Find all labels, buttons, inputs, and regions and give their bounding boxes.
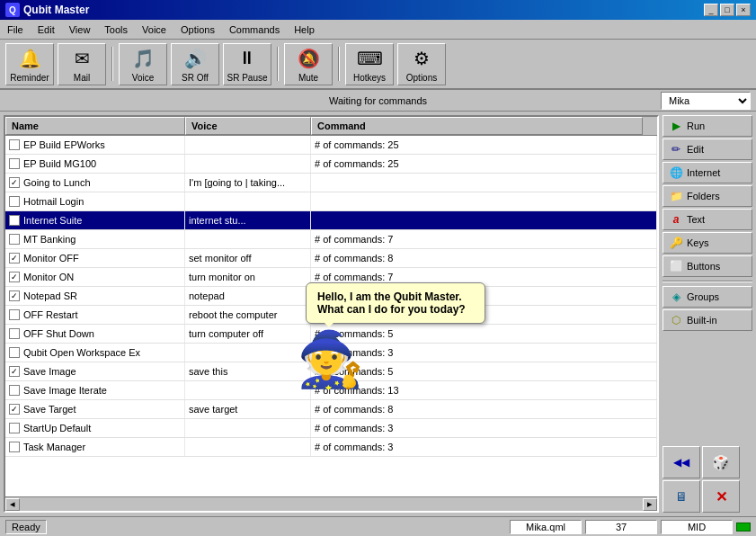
toolbar-sep-2 [277, 47, 279, 81]
reminder-button[interactable]: 🔔 Reminder [5, 43, 54, 85]
row-checkbox[interactable] [9, 328, 20, 339]
wizard-figure: 🧙 [297, 333, 364, 387]
cell-voice [185, 438, 311, 456]
sr-pause-button[interactable]: ⏸ SR Pause [223, 43, 271, 85]
ready-panel: Ready [5, 520, 47, 534]
row-checkbox[interactable] [9, 442, 20, 452]
table-row[interactable]: Task Manager # of commands: 3 [5, 438, 657, 457]
app-icon: Q [5, 3, 20, 17]
cell-name: MT Banking [5, 230, 185, 248]
run-label: Run [687, 121, 705, 131]
horizontal-scrollbar[interactable]: ◂ ▸ [5, 496, 657, 511]
folders-icon: 📁 [669, 189, 683, 203]
window-title: Qubit Master [23, 4, 89, 16]
row-checkbox[interactable]: ✓ [9, 177, 20, 188]
groups-button[interactable]: ◈ Groups [663, 286, 752, 308]
mail-button[interactable]: ✉ Mail [58, 43, 106, 85]
menu-commands[interactable]: Commands [222, 22, 287, 37]
row-checkbox[interactable] [9, 234, 20, 245]
delete-button[interactable]: ✕ [702, 480, 740, 513]
text-button[interactable]: a Text [663, 209, 752, 230]
row-checkbox[interactable] [9, 196, 20, 207]
status-toolbar: Waiting for commands Mika Default [0, 90, 756, 112]
menu-edit[interactable]: Edit [31, 22, 62, 37]
sr-off-button[interactable]: 🔊 SR Off [171, 43, 219, 85]
title-bar-buttons: _ □ × [704, 4, 751, 16]
table-row[interactable]: MT Banking # of commands: 7 [5, 230, 657, 249]
keys-button[interactable]: 🔑 Keys [663, 232, 752, 254]
internet-icon: 🌐 [669, 165, 683, 180]
dice-button[interactable]: 🎲 [702, 446, 740, 478]
row-checkbox[interactable]: ✓ [9, 290, 20, 301]
row-checkbox[interactable] [9, 139, 20, 150]
builtin-icon: ⬡ [669, 313, 683, 327]
title-bar-left: Q Qubit Master [5, 3, 89, 17]
table-row[interactable]: ✓ Save Target save target # of commands:… [5, 400, 657, 419]
h-scroll-track [20, 498, 643, 511]
maximize-button[interactable]: □ [720, 4, 734, 16]
mute-button[interactable]: 🔕 Mute [284, 43, 333, 85]
internet-button[interactable]: 🌐 Internet [663, 162, 752, 183]
cell-command [311, 211, 657, 229]
table-row[interactable]: ✓ Going to Lunch I'm [going to | taking.… [5, 174, 657, 192]
run-button[interactable]: ▶ Run [663, 115, 752, 137]
sr-pause-label: SR Pause [227, 73, 267, 83]
row-checkbox[interactable]: ✓ [9, 253, 20, 264]
cell-voice [185, 344, 311, 362]
main-wrapper: Name Voice Command EP Build EPWorks # of… [0, 112, 756, 516]
internet-label: Internet [687, 167, 720, 178]
reminder-label: Reminder [10, 73, 49, 83]
table-row[interactable]: StartUp Default # of commands: 3 [5, 419, 657, 438]
table-row[interactable]: ✓ Monitor OFF set monitor off # of comma… [5, 249, 657, 268]
table-row[interactable]: EP Build MG100 # of commands: 25 [5, 155, 657, 174]
cell-voice [185, 192, 311, 210]
builtin-label: Built-in [687, 315, 717, 326]
folders-label: Folders [687, 191, 720, 201]
edit-button[interactable]: ✏ Edit [663, 138, 752, 160]
minimize-button[interactable]: _ [704, 4, 718, 16]
waiting-status: Waiting for commands [95, 95, 661, 106]
cell-name: Save Image Iterate [5, 381, 185, 399]
cell-command [311, 174, 657, 192]
cell-name: ✓ Save Image [5, 362, 185, 380]
cell-name: ✓ Monitor OFF [5, 249, 185, 267]
row-checkbox[interactable] [9, 158, 20, 169]
row-checkbox[interactable] [9, 385, 20, 396]
table-row[interactable]: ✓ Internet Suite internet stu... [5, 211, 657, 230]
close-button[interactable]: × [736, 4, 751, 16]
table-row[interactable]: Hotmail Login [5, 192, 657, 211]
builtin-button[interactable]: ⬡ Built-in [663, 309, 752, 331]
row-checkbox[interactable]: ✓ [9, 404, 20, 415]
menu-tools[interactable]: Tools [97, 22, 135, 37]
row-checkbox[interactable]: ✓ [9, 215, 20, 226]
profile-dropdown[interactable]: Mika Default [661, 92, 751, 110]
row-checkbox[interactable] [9, 347, 20, 358]
screen-button[interactable]: 🖥 [663, 480, 700, 513]
cell-voice: set monitor off [185, 249, 311, 267]
h-scroll-left[interactable]: ◂ [5, 498, 20, 511]
toolbar: 🔔 Reminder ✉ Mail 🎵 Voice 🔊 SR Off ⏸ SR … [0, 40, 756, 90]
hotkeys-icon: ⌨ [357, 46, 382, 71]
back-button[interactable]: ◀◀ [663, 446, 700, 478]
buttons-button[interactable]: ⬜ Buttons [663, 255, 752, 277]
menu-voice[interactable]: Voice [135, 22, 173, 37]
row-checkbox[interactable]: ✓ [9, 272, 20, 282]
options-button[interactable]: ⚙ Options [397, 43, 446, 85]
h-scroll-right[interactable]: ▸ [643, 498, 657, 511]
voice-button[interactable]: 🎵 Voice [119, 43, 167, 85]
row-checkbox[interactable]: ✓ [9, 366, 20, 377]
hotkeys-button[interactable]: ⌨ Hotkeys [345, 43, 394, 85]
row-checkbox[interactable] [9, 423, 20, 433]
row-checkbox[interactable] [9, 309, 20, 320]
cell-name: ✓ Monitor ON [5, 268, 185, 286]
menu-options[interactable]: Options [173, 22, 222, 37]
cell-command: # of commands: 8 [311, 400, 657, 418]
cell-name: ✓ Save Target [5, 400, 185, 418]
menu-help[interactable]: Help [287, 22, 322, 37]
menu-file[interactable]: File [0, 22, 31, 37]
folders-button[interactable]: 📁 Folders [663, 185, 752, 207]
options-label: Options [406, 73, 437, 83]
hotkeys-label: Hotkeys [353, 73, 386, 83]
menu-view[interactable]: View [62, 22, 98, 37]
table-row[interactable]: EP Build EPWorks # of commands: 25 [5, 136, 657, 155]
